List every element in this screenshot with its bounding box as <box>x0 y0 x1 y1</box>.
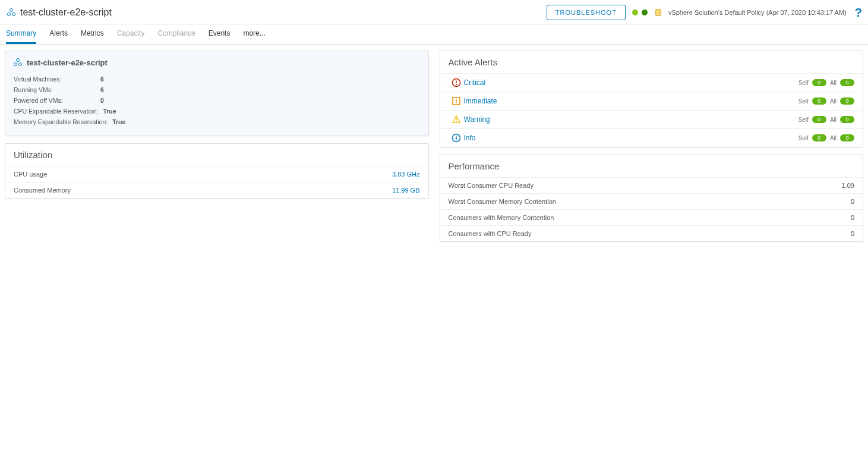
tab-metrics[interactable]: Metrics <box>81 29 104 44</box>
performance-panel: Performance Worst Consumer CPU Ready1.09… <box>440 155 864 242</box>
performance-row: Worst Consumer CPU Ready1.09 <box>440 178 863 194</box>
alert-counts: Self 0 All 0 <box>798 97 854 105</box>
info-icon <box>449 133 464 143</box>
critical-icon <box>449 78 464 87</box>
utilization-panel: Utilization CPU usage3.83 GHz Consumed M… <box>5 143 429 199</box>
stat-value: 0 <box>100 97 104 104</box>
perf-label: Worst Consumer CPU Ready <box>449 182 534 189</box>
self-label: Self <box>798 98 809 105</box>
performance-title: Performance <box>440 155 863 178</box>
title-row: test-cluster-e2e-script <box>6 7 547 18</box>
performance-row: Consumers with CPU Ready0 <box>440 226 863 241</box>
all-label: All <box>830 80 837 86</box>
svg-point-6 <box>17 59 20 62</box>
stat-label: Running VMs: <box>14 86 96 93</box>
alert-label[interactable]: Critical <box>464 78 798 87</box>
self-count-pill[interactable]: 0 <box>812 134 826 141</box>
svg-rect-5 <box>656 10 661 16</box>
perf-label: Worst Consumer Memory Contention <box>449 198 556 205</box>
util-label: Consumed Memory <box>14 187 71 194</box>
page-header: test-cluster-e2e-script TROUBLESHOOT vSp… <box>0 0 868 24</box>
troubleshoot-button[interactable]: TROUBLESHOOT <box>547 5 626 20</box>
self-count-pill[interactable]: 0 <box>812 79 826 86</box>
stat-value: True <box>112 118 125 125</box>
tab-alerts[interactable]: Alerts <box>49 29 68 44</box>
stat-row: Running VMs:6 <box>14 84 420 95</box>
svg-point-1 <box>8 13 11 16</box>
tab-compliance: Compliance <box>157 29 195 44</box>
policy-icon <box>654 8 662 17</box>
svg-point-2 <box>12 13 15 16</box>
alert-row-info: Info Self 0 All 0 <box>440 129 863 147</box>
tab-events[interactable]: Events <box>209 29 231 44</box>
all-count-pill[interactable]: 0 <box>840 134 854 141</box>
utilization-row: Consumed Memory11.99 GB <box>5 182 428 198</box>
alert-counts: Self 0 All 0 <box>798 134 854 141</box>
cluster-icon <box>6 7 17 18</box>
all-count-pill[interactable]: 0 <box>840 79 854 86</box>
stat-row: Powered off VMs:0 <box>14 95 420 106</box>
self-count-pill[interactable]: 0 <box>812 97 826 105</box>
alert-label[interactable]: Warning <box>464 115 798 124</box>
all-label: All <box>830 135 837 141</box>
alert-counts: Self 0 All 0 <box>798 79 854 86</box>
all-label: All <box>830 98 837 105</box>
self-count-pill[interactable]: 0 <box>812 116 826 123</box>
perf-label: Consumers with Memory Contention <box>449 214 554 221</box>
policy-text: vSphere Solution's Default Policy (Apr 0… <box>668 9 847 16</box>
perf-value: 0 <box>851 214 854 221</box>
alert-row-critical: Critical Self 0 All 0 <box>440 74 863 92</box>
svg-point-8 <box>19 63 22 66</box>
help-icon[interactable]: ? <box>855 6 862 20</box>
active-alerts-title: Active Alerts <box>440 51 863 74</box>
svg-point-17 <box>456 121 457 122</box>
info-stats: Virtual Machines:6 Running VMs:6 Powered… <box>5 71 428 136</box>
util-value[interactable]: 3.83 GHz <box>392 171 419 178</box>
svg-point-0 <box>10 9 13 12</box>
status-indicator-icon <box>641 9 648 16</box>
alert-label[interactable]: Info <box>464 134 798 142</box>
status-indicator-icon <box>632 9 639 16</box>
stat-value: 6 <box>100 86 104 93</box>
right-column: Active Alerts Critical Self 0 All 0 Imme… <box>440 51 864 242</box>
performance-row: Consumers with Memory Contention0 <box>440 210 863 226</box>
alert-row-warning: Warning Self 0 All 0 <box>440 111 863 129</box>
svg-point-7 <box>14 63 17 66</box>
stat-row: Memory Expandable Reservation:True <box>14 116 420 127</box>
svg-point-3 <box>632 10 638 15</box>
all-count-pill[interactable]: 0 <box>840 116 854 123</box>
tab-capacity: Capacity <box>117 29 145 44</box>
cluster-icon <box>12 57 23 68</box>
active-alerts-panel: Active Alerts Critical Self 0 All 0 Imme… <box>440 51 864 147</box>
status-indicators <box>632 9 648 16</box>
all-count-pill[interactable]: 0 <box>840 97 854 105</box>
warning-icon <box>449 115 464 124</box>
perf-value: 0 <box>851 230 854 237</box>
svg-point-19 <box>456 136 457 137</box>
util-label: CPU usage <box>14 171 47 178</box>
left-column: test-cluster-e2e-script Virtual Machines… <box>5 51 429 199</box>
alert-label[interactable]: Immediate <box>464 97 798 105</box>
svg-point-11 <box>456 84 457 85</box>
utilization-row: CPU usage3.83 GHz <box>5 166 428 182</box>
tab-more[interactable]: more... <box>243 29 265 44</box>
stat-value: 6 <box>100 75 104 83</box>
stat-row: CPU Expandable Reservation:True <box>14 106 420 116</box>
perf-label: Consumers with CPU Ready <box>449 230 532 237</box>
self-label: Self <box>798 80 809 86</box>
svg-point-14 <box>456 102 457 103</box>
info-panel-title: test-cluster-e2e-script <box>27 58 108 67</box>
stat-label: Virtual Machines: <box>14 75 96 83</box>
stat-row: Virtual Machines:6 <box>14 74 420 84</box>
svg-point-4 <box>642 10 648 15</box>
utilization-title: Utilization <box>5 144 428 166</box>
perf-value: 1.09 <box>842 182 854 189</box>
util-value[interactable]: 11.99 GB <box>392 187 419 194</box>
self-label: Self <box>798 116 809 123</box>
tab-summary[interactable]: Summary <box>6 29 36 44</box>
stat-label: Powered off VMs: <box>14 97 96 104</box>
alert-counts: Self 0 All 0 <box>798 116 854 123</box>
performance-row: Worst Consumer Memory Contention0 <box>440 194 863 210</box>
content-area: test-cluster-e2e-script Virtual Machines… <box>0 45 868 248</box>
header-actions: TROUBLESHOOT vSphere Solution's Default … <box>547 5 862 20</box>
